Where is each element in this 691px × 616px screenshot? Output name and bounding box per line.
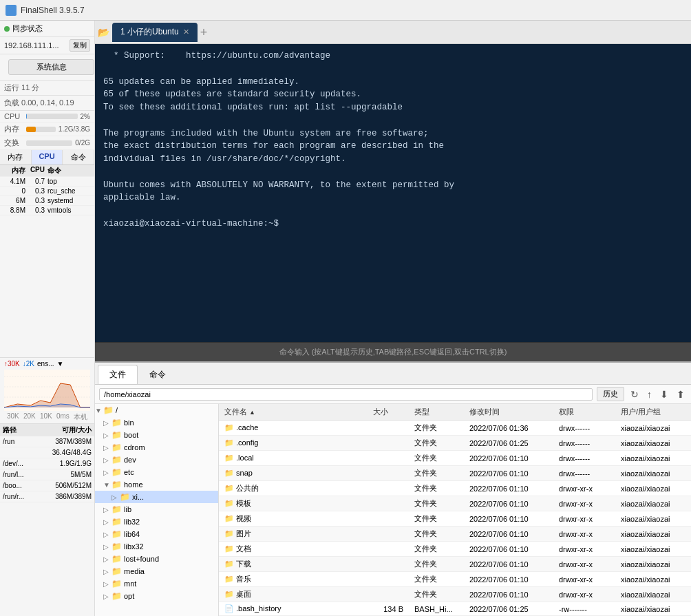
file-row[interactable]: 📁 公共的 文件夹 2022/07/06 01:10 drwxr-xr-x xi… — [219, 481, 691, 496]
col-header-size[interactable]: 大小 — [368, 404, 409, 421]
file-owner-cell: xiaozai/xiaozai — [615, 557, 691, 572]
process-row[interactable]: 4.1M 0.7 top — [0, 177, 94, 187]
path-row[interactable]: /dev/... 1.9G/1.9G — [0, 458, 94, 469]
tree-item-media[interactable]: ▷ 📁 media — [95, 565, 218, 577]
tree-item-lib[interactable]: ▷ 📁 lib — [95, 503, 218, 516]
file-row[interactable]: 📄 .bash_history 134 B BASH_Hi... 2022/07… — [219, 602, 691, 616]
file-row[interactable]: 📁 snap 文件夹 2022/07/06 01:10 drwx------ x… — [219, 466, 691, 481]
col-header-owner[interactable]: 用户/用户组 — [615, 404, 691, 421]
tab-cmd[interactable]: 命令 — [63, 150, 94, 164]
tab-cpu[interactable]: CPU — [32, 150, 63, 164]
path-section: 路径 可用/大小 /run 387M/389M 36.4G/48.4G /dev… — [0, 423, 94, 616]
terminal-tab[interactable]: 1 小仔的Ubuntu ✕ — [112, 23, 198, 42]
file-size-cell — [368, 542, 409, 557]
proc-mem-2: 6M — [2, 197, 28, 204]
col-header-name[interactable]: 文件名 ▲ — [219, 404, 368, 421]
file-size-cell — [368, 511, 409, 527]
tree-item-dev[interactable]: ▷ 📁 dev — [95, 454, 218, 466]
term-line: individual files in /usr/share/doc/*/cop… — [103, 153, 683, 166]
download-icon[interactable]: ⬇ — [658, 387, 670, 401]
folder-icon: 📁 — [224, 514, 234, 522]
path-row[interactable]: /run 387M/389M — [0, 436, 94, 447]
mem-bar-bg — [26, 127, 56, 132]
fm-tabs: 文件 命令 — [95, 363, 691, 385]
folder-icon: 📁 — [224, 590, 234, 598]
file-owner-cell: xiaozai/xiaozai — [615, 542, 691, 557]
file-row[interactable]: 📁 文档 文件夹 2022/07/06 01:10 drwxr-xr-x xia… — [219, 542, 691, 557]
upload-icon[interactable]: ⬆ — [674, 387, 687, 401]
file-name-cell: 📁 音乐 — [219, 572, 368, 587]
load-avg: 负载 0.00, 0.14, 0.19 — [0, 96, 94, 111]
file-row[interactable]: 📁 音乐 文件夹 2022/07/06 01:10 drwxr-xr-x xia… — [219, 572, 691, 587]
process-table: 内存 CPU 命令 4.1M 0.7 top 0 0.3 rcu_sche 6M… — [0, 165, 94, 357]
path-row[interactable]: /run/r... 386M/389M — [0, 491, 94, 502]
fm-tab-cmd[interactable]: 命令 — [138, 365, 178, 384]
cpu-bar-bg — [26, 114, 78, 119]
mem-bar — [26, 127, 36, 132]
refresh-icon[interactable]: ↻ — [628, 387, 641, 401]
process-header: 内存 CPU 命令 — [0, 165, 94, 177]
tree-item-opt[interactable]: ▷ 📁 opt — [95, 590, 218, 602]
tab-close-button[interactable]: ✕ — [183, 28, 189, 36]
tree-item-xi[interactable]: ▷ 📁 xi... — [95, 491, 218, 503]
cmd-bar[interactable]: 命令输入 (按ALT键提示历史,TAB键路径,ESC键返回,双击CTRL切换) — [95, 342, 691, 361]
process-row[interactable]: 6M 0.3 systemd — [0, 196, 94, 206]
file-row[interactable]: 📁 .config 文件夹 2022/07/06 01:25 drwx-----… — [219, 436, 691, 451]
up-icon[interactable]: ↑ — [645, 387, 654, 401]
file-perm-cell: drwxr-xr-x — [553, 572, 615, 587]
tree-item-lib32[interactable]: ▷ 📁 lib32 — [95, 516, 218, 528]
process-row[interactable]: 0 0.3 rcu_sche — [0, 187, 94, 196]
file-mtime-cell: 2022/07/06 01:25 — [464, 602, 553, 616]
terminal[interactable]: * Support: https://ubuntu.com/advantage … — [95, 44, 691, 342]
path-row[interactable]: /run/l... 5M/5M — [0, 469, 94, 480]
col-header-mtime[interactable]: 修改时间 — [464, 404, 553, 421]
file-row[interactable]: 📁 下载 文件夹 2022/07/06 01:10 drwxr-xr-x xia… — [219, 557, 691, 572]
tree-item-mnt[interactable]: ▷ 📁 mnt — [95, 577, 218, 590]
proc-mem-3: 8.8M — [2, 206, 28, 214]
file-type-cell: 文件夹 — [409, 587, 464, 602]
net-expand-icon[interactable]: ▼ — [57, 360, 64, 368]
tree-label-lib: lib — [124, 505, 131, 513]
col-header-type[interactable]: 类型 — [409, 404, 464, 421]
file-row[interactable]: 📁 桌面 文件夹 2022/07/06 01:10 drwxr-xr-x xia… — [219, 587, 691, 602]
tree-arrow-etc: ▷ — [103, 469, 111, 476]
process-row[interactable]: 8.8M 0.3 vmtools — [0, 206, 94, 215]
sys-info-button[interactable]: 系统信息 — [8, 59, 94, 75]
tree-item-bin[interactable]: ▷ 📁 bin — [95, 416, 218, 429]
cpu-bar — [26, 114, 27, 119]
tree-item-etc[interactable]: ▷ 📁 etc — [95, 466, 218, 478]
tree-item-cdrom[interactable]: ▷ 📁 cdrom — [95, 441, 218, 454]
file-size-cell — [368, 496, 409, 511]
add-tab-button[interactable]: + — [200, 26, 208, 39]
term-prompt: xiaozai@xiaozai-virtual-machine:~$ — [103, 217, 683, 231]
tree-item-boot[interactable]: ▷ 📁 boot — [95, 429, 218, 441]
col-header-perm[interactable]: 权限 — [553, 404, 615, 421]
file-owner-cell: xiaozai/xiaozai — [615, 572, 691, 587]
copy-ip-button[interactable]: 复制 — [70, 39, 90, 52]
file-row[interactable]: 📁 .local 文件夹 2022/07/06 01:10 drwx------… — [219, 451, 691, 466]
net-label-10k: 10K — [40, 412, 52, 422]
path-row[interactable]: /boo... 506M/512M — [0, 480, 94, 491]
cpu-label: CPU — [4, 112, 23, 120]
tree-item-root[interactable]: ▼ 📁 / — [95, 404, 218, 416]
file-row[interactable]: 📁 图片 文件夹 2022/07/06 01:10 drwxr-xr-x xia… — [219, 527, 691, 542]
path-input[interactable] — [99, 388, 593, 401]
file-name-cell: 📁 .cache — [219, 421, 368, 436]
history-button[interactable]: 历史 — [597, 387, 624, 401]
file-row[interactable]: 📁 视频 文件夹 2022/07/06 01:10 drwxr-xr-x xia… — [219, 511, 691, 527]
tree-item-lost+found[interactable]: ▷ 📁 lost+found — [95, 553, 218, 565]
file-mtime-cell: 2022/07/06 01:10 — [464, 496, 553, 511]
tree-item-home[interactable]: ▼ 📁 home — [95, 478, 218, 491]
proc-name-2: systemd — [47, 197, 92, 204]
file-row[interactable]: 📁 模板 文件夹 2022/07/06 01:10 drwxr-xr-x xia… — [219, 496, 691, 511]
tree-item-libx32[interactable]: ▷ 📁 libx32 — [95, 540, 218, 553]
tab-mem[interactable]: 内存 — [0, 150, 32, 164]
fm-content: ▼ 📁 / ▷ 📁 bin ▷ 📁 boot — [95, 404, 691, 616]
fm-tab-files[interactable]: 文件 — [98, 365, 138, 384]
file-row[interactable]: 📁 .cache 文件夹 2022/07/06 01:36 drwx------… — [219, 421, 691, 436]
path-row[interactable]: 36.4G/48.4G — [0, 447, 94, 458]
tree-arrow-libx32: ▷ — [103, 543, 111, 551]
tree-item-lib64[interactable]: ▷ 📁 lib64 — [95, 528, 218, 540]
process-tabs: 内存 CPU 命令 — [0, 150, 94, 165]
tree-arrow-boot: ▷ — [103, 432, 111, 439]
